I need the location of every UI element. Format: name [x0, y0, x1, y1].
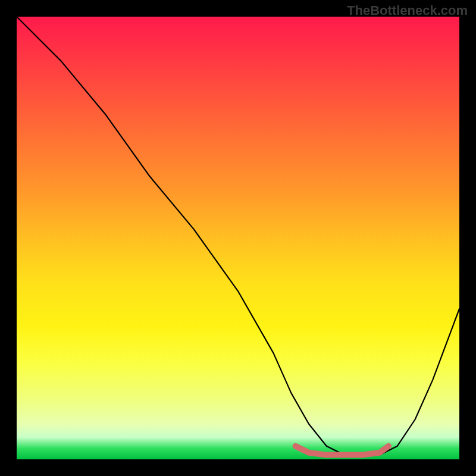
- curve-main: [17, 17, 459, 455]
- watermark-text: TheBottleneck.com: [347, 3, 468, 18]
- chart-frame: TheBottleneck.com: [0, 0, 476, 476]
- chart-svg: [17, 17, 459, 459]
- curve-highlight: [296, 446, 389, 455]
